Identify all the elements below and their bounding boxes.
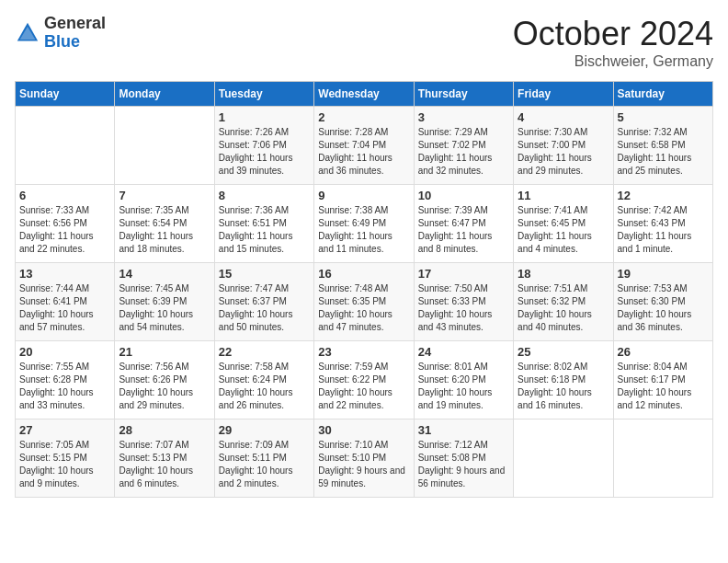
title-block: October 2024 Bischweier, Germany [513, 15, 713, 70]
day-header-monday: Monday [115, 82, 214, 107]
calendar-cell: 6Sunrise: 7:33 AM Sunset: 6:56 PM Daylig… [16, 185, 115, 263]
calendar-table: SundayMondayTuesdayWednesdayThursdayFrid… [15, 81, 713, 498]
day-info: Sunrise: 7:32 AM Sunset: 6:58 PM Dayligh… [618, 126, 709, 178]
day-info: Sunrise: 7:44 AM Sunset: 6:41 PM Dayligh… [19, 282, 110, 334]
calendar-cell: 25Sunrise: 8:02 AM Sunset: 6:18 PM Dayli… [514, 341, 613, 419]
day-number: 5 [618, 110, 709, 124]
day-number: 10 [418, 189, 509, 202]
day-info: Sunrise: 7:30 AM Sunset: 7:00 PM Dayligh… [518, 126, 609, 178]
day-number: 20 [19, 345, 110, 359]
week-row-4: 20Sunrise: 7:55 AM Sunset: 6:28 PM Dayli… [16, 341, 713, 419]
day-info: Sunrise: 7:12 AM Sunset: 5:08 PM Dayligh… [418, 439, 509, 490]
day-info: Sunrise: 7:09 AM Sunset: 5:11 PM Dayligh… [219, 439, 310, 490]
day-number: 11 [518, 189, 609, 202]
day-info: Sunrise: 7:58 AM Sunset: 6:24 PM Dayligh… [219, 361, 310, 412]
calendar-cell: 26Sunrise: 8:04 AM Sunset: 6:17 PM Dayli… [613, 341, 712, 419]
day-number: 6 [19, 189, 110, 202]
day-info: Sunrise: 7:35 AM Sunset: 6:54 PM Dayligh… [119, 204, 210, 256]
day-number: 21 [119, 345, 210, 359]
calendar-cell: 29Sunrise: 7:09 AM Sunset: 5:11 PM Dayli… [214, 419, 313, 498]
week-row-5: 27Sunrise: 7:05 AM Sunset: 5:15 PM Dayli… [16, 419, 713, 498]
calendar-cell: 10Sunrise: 7:39 AM Sunset: 6:47 PM Dayli… [414, 185, 513, 263]
day-number: 28 [119, 423, 210, 437]
day-info: Sunrise: 7:05 AM Sunset: 5:15 PM Dayligh… [19, 439, 110, 490]
calendar-title: October 2024 [513, 15, 713, 53]
calendar-cell: 17Sunrise: 7:50 AM Sunset: 6:33 PM Dayli… [414, 263, 513, 341]
day-info: Sunrise: 7:07 AM Sunset: 5:13 PM Dayligh… [119, 439, 210, 490]
logo-icon [15, 20, 40, 46]
calendar-subtitle: Bischweier, Germany [513, 53, 713, 70]
calendar-header: SundayMondayTuesdayWednesdayThursdayFrid… [16, 82, 713, 107]
day-info: Sunrise: 7:59 AM Sunset: 6:22 PM Dayligh… [318, 361, 409, 412]
calendar-cell: 7Sunrise: 7:35 AM Sunset: 6:54 PM Daylig… [115, 185, 214, 263]
calendar-cell: 16Sunrise: 7:48 AM Sunset: 6:35 PM Dayli… [314, 263, 414, 341]
logo: General Blue [15, 15, 106, 52]
day-number: 29 [219, 423, 310, 437]
day-header-thursday: Thursday [414, 82, 513, 107]
calendar-body: 1Sunrise: 7:26 AM Sunset: 7:06 PM Daylig… [16, 107, 713, 498]
day-number: 24 [418, 345, 509, 359]
calendar-cell: 13Sunrise: 7:44 AM Sunset: 6:41 PM Dayli… [16, 263, 115, 341]
calendar-cell: 28Sunrise: 7:07 AM Sunset: 5:13 PM Dayli… [115, 419, 214, 498]
calendar-cell: 1Sunrise: 7:26 AM Sunset: 7:06 PM Daylig… [214, 107, 313, 185]
week-row-2: 6Sunrise: 7:33 AM Sunset: 6:56 PM Daylig… [16, 185, 713, 263]
day-header-wednesday: Wednesday [314, 82, 414, 107]
day-header-tuesday: Tuesday [214, 82, 313, 107]
day-header-saturday: Saturday [613, 82, 712, 107]
day-info: Sunrise: 7:36 AM Sunset: 6:51 PM Dayligh… [219, 204, 310, 256]
day-info: Sunrise: 7:42 AM Sunset: 6:43 PM Dayligh… [618, 204, 709, 256]
day-header-sunday: Sunday [16, 82, 115, 107]
logo-text: General Blue [44, 15, 106, 52]
calendar-cell: 22Sunrise: 7:58 AM Sunset: 6:24 PM Dayli… [214, 341, 313, 419]
day-number: 15 [219, 267, 310, 281]
day-info: Sunrise: 7:53 AM Sunset: 6:30 PM Dayligh… [618, 282, 709, 334]
calendar-cell: 5Sunrise: 7:32 AM Sunset: 6:58 PM Daylig… [613, 107, 712, 185]
calendar-cell: 14Sunrise: 7:45 AM Sunset: 6:39 PM Dayli… [115, 263, 214, 341]
day-number: 4 [518, 110, 609, 124]
day-info: Sunrise: 8:02 AM Sunset: 6:18 PM Dayligh… [518, 361, 609, 412]
calendar-cell: 2Sunrise: 7:28 AM Sunset: 7:04 PM Daylig… [314, 107, 414, 185]
day-number: 1 [219, 110, 310, 124]
day-info: Sunrise: 7:51 AM Sunset: 6:32 PM Dayligh… [518, 282, 609, 334]
calendar-cell [613, 419, 712, 498]
day-number: 7 [119, 189, 210, 202]
week-row-1: 1Sunrise: 7:26 AM Sunset: 7:06 PM Daylig… [16, 107, 713, 185]
day-number: 27 [19, 423, 110, 437]
day-info: Sunrise: 7:48 AM Sunset: 6:35 PM Dayligh… [318, 282, 409, 334]
calendar-cell: 18Sunrise: 7:51 AM Sunset: 6:32 PM Dayli… [514, 263, 613, 341]
day-info: Sunrise: 7:26 AM Sunset: 7:06 PM Dayligh… [219, 126, 310, 178]
day-number: 25 [518, 345, 609, 359]
day-number: 9 [318, 189, 409, 202]
day-number: 26 [618, 345, 709, 359]
calendar-cell: 4Sunrise: 7:30 AM Sunset: 7:00 PM Daylig… [514, 107, 613, 185]
day-info: Sunrise: 7:39 AM Sunset: 6:47 PM Dayligh… [418, 204, 509, 256]
calendar-cell: 23Sunrise: 7:59 AM Sunset: 6:22 PM Dayli… [314, 341, 414, 419]
week-row-3: 13Sunrise: 7:44 AM Sunset: 6:41 PM Dayli… [16, 263, 713, 341]
day-info: Sunrise: 7:55 AM Sunset: 6:28 PM Dayligh… [19, 361, 110, 412]
calendar-cell: 30Sunrise: 7:10 AM Sunset: 5:10 PM Dayli… [314, 419, 414, 498]
day-info: Sunrise: 7:45 AM Sunset: 6:39 PM Dayligh… [119, 282, 210, 334]
calendar-cell: 20Sunrise: 7:55 AM Sunset: 6:28 PM Dayli… [16, 341, 115, 419]
day-info: Sunrise: 7:28 AM Sunset: 7:04 PM Dayligh… [318, 126, 409, 178]
day-info: Sunrise: 7:50 AM Sunset: 6:33 PM Dayligh… [418, 282, 509, 334]
calendar-cell: 8Sunrise: 7:36 AM Sunset: 6:51 PM Daylig… [214, 185, 313, 263]
day-info: Sunrise: 7:38 AM Sunset: 6:49 PM Dayligh… [318, 204, 409, 256]
calendar-cell: 9Sunrise: 7:38 AM Sunset: 6:49 PM Daylig… [314, 185, 414, 263]
day-info: Sunrise: 8:04 AM Sunset: 6:17 PM Dayligh… [618, 361, 709, 412]
day-number: 31 [418, 423, 509, 437]
calendar-cell: 15Sunrise: 7:47 AM Sunset: 6:37 PM Dayli… [214, 263, 313, 341]
calendar-cell: 27Sunrise: 7:05 AM Sunset: 5:15 PM Dayli… [16, 419, 115, 498]
day-number: 18 [518, 267, 609, 281]
day-info: Sunrise: 7:10 AM Sunset: 5:10 PM Dayligh… [318, 439, 409, 490]
calendar-cell: 24Sunrise: 8:01 AM Sunset: 6:20 PM Dayli… [414, 341, 513, 419]
page-header: General Blue October 2024 Bischweier, Ge… [15, 15, 713, 70]
calendar-cell: 31Sunrise: 7:12 AM Sunset: 5:08 PM Dayli… [414, 419, 513, 498]
calendar-cell: 11Sunrise: 7:41 AM Sunset: 6:45 PM Dayli… [514, 185, 613, 263]
day-info: Sunrise: 7:33 AM Sunset: 6:56 PM Dayligh… [19, 204, 110, 256]
calendar-cell: 19Sunrise: 7:53 AM Sunset: 6:30 PM Dayli… [613, 263, 712, 341]
day-number: 3 [418, 110, 509, 124]
calendar-cell [514, 419, 613, 498]
day-number: 12 [618, 189, 709, 202]
calendar-cell: 12Sunrise: 7:42 AM Sunset: 6:43 PM Dayli… [613, 185, 712, 263]
calendar-cell [115, 107, 214, 185]
